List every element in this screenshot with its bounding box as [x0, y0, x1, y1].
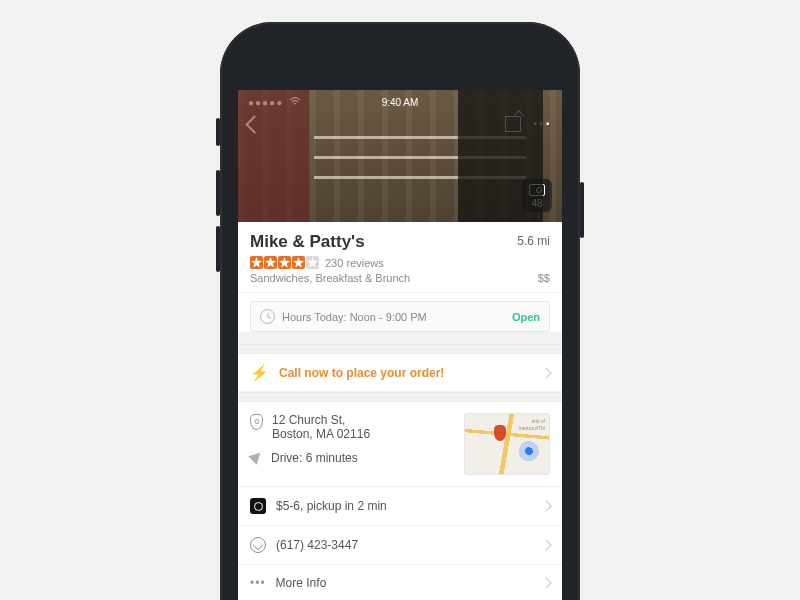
review-count[interactable]: 230 reviews [325, 257, 384, 269]
photo-count-badge[interactable]: 48 [522, 179, 552, 212]
svg-marker-1 [265, 257, 276, 267]
clock-icon [260, 309, 275, 324]
hero-photo[interactable]: ●●●●● 9:40 AM ··· [238, 90, 562, 222]
address-text: 12 Church St, Boston, MA 02116 [272, 413, 370, 441]
volume-up-button [216, 170, 220, 216]
screen: ●●●●● 9:40 AM ··· [238, 90, 562, 600]
phone-frame: ●●●●● 9:40 AM ··· [220, 22, 580, 600]
uber-label: $5-6, pickup in 2 min [276, 499, 387, 513]
star-icon [306, 256, 319, 269]
section-separator [238, 344, 562, 354]
wifi-icon [289, 97, 301, 108]
distance: 5.6 mi [517, 234, 550, 248]
business-header: Mike & Patty's 5.6 mi 230 revie [238, 222, 562, 293]
chevron-right-icon [540, 367, 551, 378]
drive-time: Drive: 6 minutes [271, 451, 358, 465]
volume-down-button [216, 226, 220, 272]
svg-marker-4 [307, 257, 318, 267]
more-info-row[interactable]: ••• More Info [238, 565, 562, 600]
uber-icon [250, 498, 266, 514]
section-separator [238, 392, 562, 402]
bolt-icon: ⚡ [250, 365, 269, 380]
status-bar: ●●●●● 9:40 AM [248, 95, 552, 109]
call-cta-label: Call now to place your order! [279, 366, 444, 380]
star-icon [278, 256, 291, 269]
business-name: Mike & Patty's [250, 232, 365, 252]
share-button[interactable] [505, 116, 521, 132]
star-icon [264, 256, 277, 269]
phone-label: (617) 423-3447 [276, 538, 358, 552]
star-icon [292, 256, 305, 269]
photo-count: 48 [531, 198, 542, 209]
pin-icon [250, 414, 263, 430]
hours-text: Hours Today: Noon - 9:00 PM [282, 311, 427, 323]
svg-marker-2 [279, 257, 290, 267]
mute-switch [216, 118, 220, 146]
more-info-label: More Info [276, 576, 327, 590]
phone-row[interactable]: (617) 423-3447 [238, 526, 562, 565]
uber-row[interactable]: $5-6, pickup in 2 min [238, 487, 562, 526]
svg-marker-3 [293, 257, 304, 267]
ellipsis-icon: ••• [250, 576, 266, 590]
power-button [580, 182, 584, 238]
hours-row[interactable]: Hours Today: Noon - 9:00 PM Open [250, 301, 550, 332]
photos-icon [529, 184, 545, 196]
phone-icon [250, 537, 266, 553]
svg-marker-0 [251, 257, 262, 267]
more-options-button[interactable]: ··· [533, 115, 552, 133]
map-thumbnail[interactable]: ank of merica ATM [464, 413, 550, 475]
status-time: 9:40 AM [248, 97, 552, 108]
chevron-right-icon [540, 539, 551, 550]
categories: Sandwiches, Breakfast & Brunch [250, 272, 410, 284]
chevron-right-icon [540, 500, 551, 511]
star-icon [250, 256, 263, 269]
back-button[interactable] [245, 115, 263, 133]
signal-dots-icon: ●●●●● [248, 97, 283, 108]
navigate-icon [248, 449, 265, 466]
chevron-right-icon [540, 577, 551, 588]
rating-stars [250, 256, 319, 269]
price-range: $$ [538, 272, 550, 284]
address-row[interactable]: 12 Church St, Boston, MA 02116 Drive: 6 … [238, 402, 562, 487]
call-cta-row[interactable]: ⚡ Call now to place your order! [238, 354, 562, 392]
open-status: Open [512, 311, 540, 323]
